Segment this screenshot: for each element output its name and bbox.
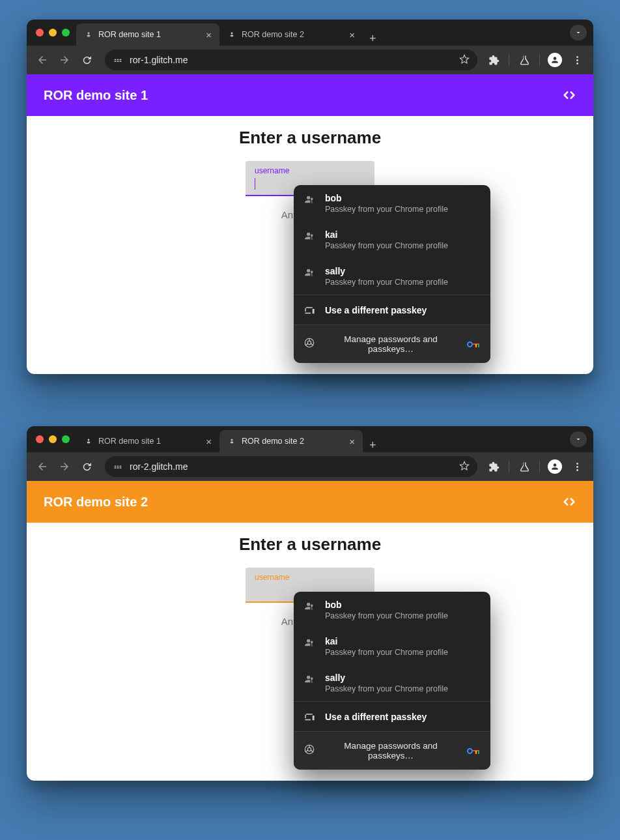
bookmark-star-icon[interactable] <box>459 461 470 473</box>
extensions-button[interactable] <box>486 53 501 67</box>
labs-button[interactable] <box>517 459 531 474</box>
person-icon <box>550 462 559 471</box>
site-info-icon[interactable] <box>113 55 123 65</box>
arrow-left-icon <box>36 54 48 66</box>
address-text: ror-2.glitch.me <box>130 461 453 472</box>
passkey-sub: Passkey from your Chrome profile <box>325 648 480 657</box>
input-label: username <box>255 573 365 582</box>
use-different-passkey[interactable]: Use a different passkey <box>294 295 490 325</box>
new-tab-button[interactable]: + <box>363 439 383 452</box>
text-caret-icon <box>255 178 255 190</box>
traffic-close-icon[interactable] <box>36 29 44 36</box>
tab-favicon-icon <box>84 30 93 39</box>
dots-vertical-icon <box>572 55 583 66</box>
tab-close-icon[interactable]: × <box>206 437 212 446</box>
passkey-name: bob <box>325 193 480 203</box>
code-icon[interactable] <box>562 495 576 509</box>
manage-label: Manage passwords and passkeys… <box>324 334 458 354</box>
passkey-sub: Passkey from your Chrome profile <box>325 205 480 214</box>
passkey-option[interactable]: kai Passkey from your Chrome profile <box>294 222 490 258</box>
passkey-sub: Passkey from your Chrome profile <box>325 611 480 620</box>
passkey-option[interactable]: kai Passkey from your Chrome profile <box>294 628 490 665</box>
bookmark-star-icon[interactable] <box>459 54 470 66</box>
forward-button[interactable] <box>55 51 74 69</box>
passkey-option[interactable]: sally Passkey from your Chrome profile <box>294 258 490 295</box>
site-title: ROR demo site 1 <box>44 88 148 103</box>
labs-button[interactable] <box>517 53 531 67</box>
browser-tab[interactable]: ROR demo site 2 × <box>219 430 363 452</box>
arrow-left-icon <box>36 461 48 472</box>
passkey-dropdown: bob Passkey from your Chrome profile kai… <box>294 185 490 363</box>
passkey-icon <box>304 674 316 684</box>
address-bar[interactable]: ror-1.glitch.me <box>105 50 477 70</box>
page-heading: Enter a username <box>27 534 593 555</box>
svg-point-0 <box>576 56 578 58</box>
flask-icon <box>519 55 530 66</box>
tab-overflow-button[interactable] <box>570 431 587 447</box>
tab-strip: ROR demo site 1 × ROR demo site 2 × + <box>76 426 383 452</box>
separator-icon <box>509 54 509 66</box>
code-icon[interactable] <box>562 88 576 102</box>
tab-title: ROR demo site 1 <box>98 437 161 446</box>
tab-close-icon[interactable]: × <box>349 30 355 40</box>
profile-button[interactable] <box>548 53 562 67</box>
page-viewport: ROR demo site 1 Enter a username usernam… <box>27 74 593 374</box>
address-bar[interactable]: ror-2.glitch.me <box>105 456 477 477</box>
tab-close-icon[interactable]: × <box>206 30 212 40</box>
chrome-menu-button[interactable] <box>570 459 584 474</box>
site-header: ROR demo site 2 <box>27 481 593 523</box>
new-tab-button[interactable]: + <box>363 32 383 46</box>
tab-title: ROR demo site 2 <box>242 437 304 446</box>
passkey-icon <box>304 194 316 205</box>
chrome-menu-button[interactable] <box>570 53 584 67</box>
passkey-dropdown: bob Passkey from your Chrome profile kai… <box>294 592 490 770</box>
passkey-option[interactable]: sally Passkey from your Chrome profile <box>294 665 490 701</box>
forward-button[interactable] <box>55 457 74 476</box>
browser-tab[interactable]: ROR demo site 1 × <box>76 430 219 452</box>
chevron-down-icon <box>574 29 582 36</box>
svg-point-2 <box>576 63 578 65</box>
traffic-close-icon[interactable] <box>36 435 44 443</box>
site-info-icon[interactable] <box>113 461 123 472</box>
back-button[interactable] <box>33 457 51 476</box>
browser-tab[interactable]: ROR demo site 2 × <box>219 23 363 46</box>
browser-tab[interactable]: ROR demo site 1 × <box>76 23 219 46</box>
titlebar: ROR demo site 1 × ROR demo site 2 × + <box>27 20 593 46</box>
traffic-lights <box>36 29 70 36</box>
reload-icon <box>81 461 92 472</box>
manage-label: Manage passwords and passkeys… <box>324 741 458 760</box>
passkey-name: bob <box>325 600 480 610</box>
svg-point-6 <box>576 466 578 468</box>
use-different-label: Use a different passkey <box>325 305 480 315</box>
arrow-right-icon <box>59 461 70 472</box>
tab-close-icon[interactable]: × <box>349 437 355 446</box>
passkey-option[interactable]: bob Passkey from your Chrome profile <box>294 185 490 222</box>
input-label: username <box>255 166 365 175</box>
browser-window-2: ROR demo site 1 × ROR demo site 2 × + <box>27 426 593 781</box>
manage-passwords[interactable]: Manage passwords and passkeys… <box>294 732 490 770</box>
extensions-button[interactable] <box>486 459 501 474</box>
traffic-fullscreen-icon[interactable] <box>62 29 70 36</box>
tab-favicon-icon <box>227 30 236 39</box>
page-viewport: ROR demo site 2 Enter a username usernam… <box>27 481 593 781</box>
puzzle-icon <box>488 55 500 66</box>
page-body: Enter a username username Any usernam bo… <box>27 116 593 302</box>
devices-icon <box>304 304 316 315</box>
traffic-minimize-icon[interactable] <box>49 435 57 443</box>
traffic-fullscreen-icon[interactable] <box>62 435 70 443</box>
page-heading: Enter a username <box>27 128 593 148</box>
reload-button[interactable] <box>78 51 96 69</box>
page-body: Enter a username username Any usernam bo… <box>27 523 593 708</box>
tab-overflow-button[interactable] <box>570 25 587 40</box>
titlebar: ROR demo site 1 × ROR demo site 2 × + <box>27 426 593 452</box>
reload-button[interactable] <box>78 457 96 476</box>
passkey-option[interactable]: bob Passkey from your Chrome profile <box>294 592 490 628</box>
manage-passwords[interactable]: Manage passwords and passkeys… <box>294 325 490 363</box>
tab-strip: ROR demo site 1 × ROR demo site 2 × + <box>76 20 383 46</box>
use-different-passkey[interactable]: Use a different passkey <box>294 702 490 731</box>
arrow-right-icon <box>59 54 70 66</box>
profile-button[interactable] <box>548 459 562 474</box>
passkey-icon <box>304 637 316 648</box>
back-button[interactable] <box>33 51 51 69</box>
traffic-minimize-icon[interactable] <box>49 29 57 36</box>
